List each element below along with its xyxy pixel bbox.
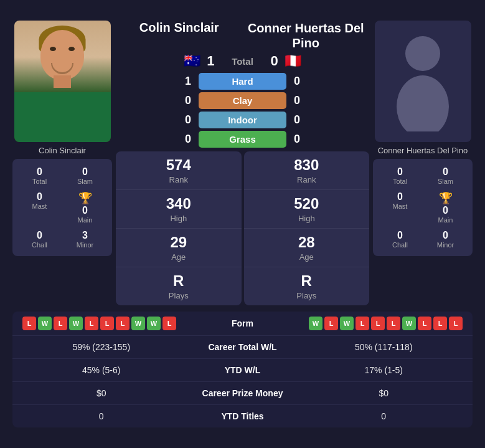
right-player-name: Conner Huertas Del Pino — [243, 21, 370, 50]
left-player-name-label: Colin Sinclair — [39, 146, 86, 155]
form-badge: L — [324, 317, 338, 330]
rank-stats-row: 574 Rank 340 High 29 Age R Plays — [116, 151, 369, 305]
form-badge: L — [433, 317, 447, 330]
right-slam-stat: 0 Slam — [423, 164, 468, 188]
right-flag-score: 0 🇵🇪 — [271, 53, 370, 69]
left-stats-box: 574 Rank 340 High 29 Age R Plays — [116, 151, 242, 305]
right-minor-stat: 0 Minor — [423, 227, 468, 251]
left-trophy-icon: 🏆 — [78, 191, 92, 205]
left-mast-stat: 0 Mast — [17, 189, 62, 226]
bottom-right-val: 0 — [305, 411, 463, 421]
app-container: Colin Sinclair 0 Total 0 Slam 0 Mast — [6, 14, 479, 434]
left-player-name: Colin Sinclair — [116, 21, 243, 50]
bottom-right-val: 50% (117-118) — [305, 342, 463, 352]
right-player-photo — [375, 21, 471, 142]
bottom-left-val: 0 — [22, 411, 181, 421]
bottom-left-val: $0 — [22, 388, 181, 398]
form-badge: W — [38, 317, 52, 330]
form-badge: L — [116, 317, 129, 330]
right-mini-stats: 0 Total 0 Slam 0 Mast 🏆 0 Main — [373, 159, 473, 256]
form-badge: W — [147, 317, 161, 330]
right-stats-box: 830 Rank 520 High 28 Age R Plays — [244, 151, 370, 305]
left-flag-score: 🇦🇺 1 — [116, 53, 215, 69]
right-grass-score: 0 — [289, 133, 369, 146]
top-section: Colin Sinclair 0 Total 0 Slam 0 Mast — [6, 14, 479, 305]
form-badge: W — [131, 317, 145, 330]
grass-row: 0 Grass 0 — [116, 131, 369, 148]
bottom-right-val: $0 — [305, 388, 463, 398]
right-total-score: 0 — [271, 53, 278, 69]
left-minor-stat: 3 Minor — [63, 227, 107, 251]
right-rank-cell: 830 Rank — [244, 151, 370, 190]
left-mini-stats: 0 Total 0 Slam 0 Mast 🏆 0 Main — [12, 159, 112, 256]
right-flag: 🇵🇪 — [285, 54, 301, 68]
bottom-stat-row: 0YTD Titles0 — [12, 405, 473, 427]
left-high-cell: 340 High — [116, 190, 242, 229]
flags-total-row: 🇦🇺 1 Total 0 🇵🇪 — [116, 53, 369, 69]
right-chall-stat: 0 Chall — [378, 227, 422, 251]
clay-btn[interactable]: Clay — [199, 92, 286, 109]
bottom-right-val: 17% (1-5) — [305, 365, 463, 375]
left-hard-score: 1 — [116, 75, 196, 88]
form-badge: L — [100, 317, 114, 330]
grass-btn[interactable]: Grass — [199, 131, 286, 148]
center-section: Colin Sinclair Conner Huertas Del Pino 🇦… — [116, 21, 369, 305]
bottom-center-label: Career Prize Money — [181, 388, 305, 398]
left-form-badges: LWLWLLLWWL — [22, 317, 181, 330]
left-age-cell: 29 Age — [116, 229, 242, 267]
right-age-cell: 28 Age — [244, 229, 370, 267]
svg-point-1 — [397, 75, 449, 131]
form-badge: L — [85, 317, 98, 330]
hard-btn[interactable]: Hard — [199, 73, 286, 90]
left-total-stat: 0 Total — [17, 164, 62, 188]
right-form-badges: WLWLLLWLLL — [305, 317, 463, 330]
left-player-photo-section: Colin Sinclair 0 Total 0 Slam 0 Mast — [12, 21, 112, 305]
form-row: LWLWLLLWWL Form WLWLLLWLLL — [12, 312, 473, 336]
right-mast-stat: 0 Mast — [378, 189, 422, 226]
form-badge: W — [309, 317, 323, 330]
left-clay-score: 0 — [116, 94, 196, 107]
left-total-score: 1 — [207, 53, 214, 69]
left-rank-cell: 574 Rank — [116, 151, 242, 190]
right-trophy-area: 🏆 0 Main — [423, 189, 468, 226]
left-grass-score: 0 — [116, 133, 196, 146]
names-row: Colin Sinclair Conner Huertas Del Pino — [116, 21, 369, 50]
clay-row: 0 Clay 0 — [116, 92, 369, 109]
left-trophy-area: 🏆 0 Main — [63, 189, 107, 226]
left-indoor-score: 0 — [116, 113, 196, 126]
bottom-left-val: 59% (223-155) — [22, 342, 181, 352]
form-badge: L — [387, 317, 400, 330]
right-hard-score: 0 — [289, 75, 369, 88]
left-plays-cell: R Plays — [116, 267, 242, 305]
form-badge: L — [162, 317, 176, 330]
bottom-rows-container: 59% (223-155)Career Total W/L50% (117-11… — [12, 336, 473, 427]
form-badge: L — [356, 317, 369, 330]
svg-point-0 — [405, 36, 440, 71]
bottom-stat-row: 45% (5-6)YTD W/L17% (1-5) — [12, 359, 473, 382]
form-badge: W — [69, 317, 83, 330]
bottom-stat-row: $0Career Prize Money$0 — [12, 382, 473, 405]
left-chall-stat: 0 Chall — [17, 227, 62, 251]
form-badge: L — [371, 317, 385, 330]
right-player-photo-section: Conner Huertas Del Pino 0 Total 0 Slam 0… — [373, 21, 473, 305]
form-label: Form — [181, 318, 305, 328]
bottom-center-label: YTD W/L — [181, 365, 305, 375]
right-trophy-icon: 🏆 — [439, 191, 453, 205]
silhouette-svg — [392, 32, 454, 131]
bottom-stats-table: LWLWLLLWWL Form WLWLLLWLLL 59% (223-155)… — [12, 312, 473, 427]
right-indoor-score: 0 — [289, 113, 369, 126]
left-slam-stat: 0 Slam — [63, 164, 107, 188]
left-flag: 🇦🇺 — [184, 54, 200, 68]
bottom-center-label: YTD Titles — [181, 411, 305, 421]
right-total-stat: 0 Total — [378, 164, 422, 188]
indoor-row: 0 Indoor 0 — [116, 112, 369, 128]
indoor-btn[interactable]: Indoor — [199, 112, 286, 128]
form-badge: W — [340, 317, 354, 330]
right-clay-score: 0 — [289, 94, 369, 107]
right-player-name-label: Conner Huertas Del Pino — [378, 146, 468, 155]
form-badge: L — [22, 317, 36, 330]
right-high-cell: 520 High — [244, 190, 370, 229]
bottom-left-val: 45% (5-6) — [22, 365, 181, 375]
bottom-stat-row: 59% (223-155)Career Total W/L50% (117-11… — [12, 336, 473, 359]
form-badge: W — [402, 317, 416, 330]
